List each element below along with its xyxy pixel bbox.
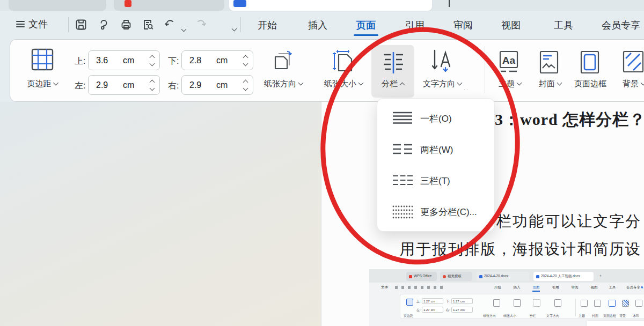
mini-window-tab-active: 2024-4-20 人工智能.docx	[533, 272, 594, 281]
margin-right-input[interactable]: 2.9 cm	[181, 75, 253, 95]
mini-label: 左:	[416, 308, 421, 312]
cover-button[interactable]: 封面	[539, 79, 561, 89]
menu-item-more-columns[interactable]: 更多分栏(C)...	[384, 199, 488, 224]
mini-margins-icon	[406, 299, 413, 306]
mini-input: 1.27cm	[422, 298, 443, 304]
tab-home[interactable]: 开始	[258, 19, 277, 32]
margins-button[interactable]: 页边距	[27, 79, 58, 89]
window-tab[interactable]	[9, 0, 106, 11]
page-border-button[interactable]: 页面边框	[574, 79, 606, 89]
theme-label: 主题	[499, 79, 515, 89]
redo-icon[interactable]	[194, 18, 208, 32]
mini-ribbon-label: 文字方向	[546, 314, 559, 317]
one-column-icon	[392, 111, 413, 126]
chevron-down-icon	[358, 80, 364, 86]
mini-ribbon-label: 封面	[592, 314, 598, 317]
theme-button[interactable]: 主题	[499, 79, 521, 89]
page-border-label: 页面边框	[574, 79, 606, 89]
wps-office-window: 文件 开始 插入 页面 引用 审阅 视图 工具 会员专享	[0, 0, 644, 326]
mini-margins-label: 页边距	[404, 314, 413, 317]
divider	[68, 17, 69, 32]
mini-value: 1.27	[423, 308, 430, 312]
undo-icon[interactable]	[163, 18, 177, 32]
tab-reference[interactable]: 引用	[405, 19, 425, 32]
mini-value: 1.27	[423, 300, 430, 303]
mini-ribbon-label: 纸张方向	[483, 314, 496, 317]
chevron-down-icon	[641, 80, 644, 86]
menu-item-three-columns[interactable]: 三栏(T)	[384, 168, 488, 193]
mini-menu-tab: 视图	[591, 286, 598, 290]
blue-doc-icon	[233, 0, 246, 7]
mini-window-tab: 2024-4-20.docx	[477, 272, 529, 281]
mini-tab-label: 2024-4-20.docx	[484, 275, 508, 278]
mini-divider	[575, 299, 576, 316]
mini-menu-tab: 开始	[494, 286, 501, 290]
background-label: 背景	[623, 79, 639, 89]
mini-value: 1.27	[453, 308, 459, 312]
chevron-up-icon	[400, 83, 405, 88]
cover-label: 封面	[539, 79, 555, 89]
mini-ribbon-label: 水印	[633, 314, 639, 317]
tab-review[interactable]: 审阅	[453, 19, 473, 32]
mini-plus-label: +	[599, 275, 602, 278]
divider	[240, 17, 241, 32]
margin-bottom-input[interactable]: 2.8 cm	[181, 50, 253, 70]
mini-tab-label: WPS Office	[414, 275, 431, 278]
tab-view[interactable]: 视图	[501, 19, 521, 32]
unit-label: cm	[123, 80, 150, 90]
two-columns-icon	[392, 142, 413, 157]
cover-icon	[538, 50, 560, 77]
tab-tools[interactable]: 工具	[554, 19, 573, 32]
chevron-down-icon	[298, 80, 304, 86]
print-icon[interactable]	[119, 18, 133, 32]
file-menu-label: 文件	[28, 18, 48, 31]
menu-item-label: 一栏(O)	[420, 113, 452, 125]
margin-left-input[interactable]: 2.9 cm	[88, 75, 160, 95]
save-icon[interactable]	[74, 18, 88, 32]
svg-text:Aa: Aa	[502, 55, 516, 66]
tab-insert[interactable]: 插入	[308, 19, 327, 32]
paper-orientation-button[interactable]: 纸张方向	[264, 79, 303, 89]
spinner-control[interactable]	[150, 80, 154, 90]
mini-unit: cm	[431, 300, 435, 303]
window-tab[interactable]	[114, 0, 224, 11]
undo-dropdown-chevron-icon[interactable]	[181, 27, 187, 32]
menu-item-two-columns[interactable]: 两栏(W)	[384, 137, 488, 162]
spinner-control[interactable]	[150, 56, 154, 65]
workspace-background	[0, 102, 321, 326]
mini-input: 1.27cm	[422, 307, 443, 313]
mini-window-tab: 稻壳模板	[440, 272, 472, 281]
margin-bottom-label: 下:	[168, 56, 179, 67]
mini-input: 1.27cm	[451, 307, 473, 313]
mini-watermark-icon	[635, 300, 642, 307]
columns-button-label[interactable]: 分栏	[382, 79, 404, 89]
mini-quick-access-icons	[395, 286, 443, 289]
paper-size-icon	[331, 49, 355, 76]
background-button[interactable]: 背景	[623, 79, 644, 89]
margins-icon	[31, 48, 54, 73]
mini-ribbon-label: 页面边框	[603, 314, 616, 317]
mini-new-tab-button: +	[597, 272, 608, 281]
background-icon	[621, 50, 644, 77]
text-direction-icon	[429, 48, 454, 76]
tab-page[interactable]: 页面	[356, 19, 376, 32]
menu-item-one-column[interactable]: 一栏(O)	[384, 106, 488, 131]
window-tab-active[interactable]	[229, 0, 432, 11]
toolbar-chevron-down-icon[interactable]	[232, 26, 237, 32]
mini-label: 下:	[446, 300, 450, 303]
document-heading: 3：word 怎样分栏？如	[495, 109, 644, 131]
print-preview-icon[interactable]	[141, 18, 155, 32]
unit-label: cm	[216, 56, 244, 65]
margin-top-input[interactable]: 3.6 cm	[88, 50, 160, 70]
text-direction-button[interactable]: 文字方向	[423, 79, 462, 89]
document-text-line: 栏功能可以让文字分	[496, 211, 641, 232]
paper-size-button[interactable]: 纸张大小	[324, 79, 363, 89]
spinner-control[interactable]	[244, 80, 247, 90]
tab-member[interactable]: 会员专享	[602, 19, 640, 32]
format-painter-icon[interactable]	[97, 18, 111, 32]
paper-orientation-icon	[271, 49, 295, 76]
mini-active-underline	[532, 291, 540, 292]
file-menu-button[interactable]: 文件	[16, 18, 48, 31]
spinner-control[interactable]	[244, 56, 247, 65]
mini-value: 1.27	[453, 300, 459, 303]
